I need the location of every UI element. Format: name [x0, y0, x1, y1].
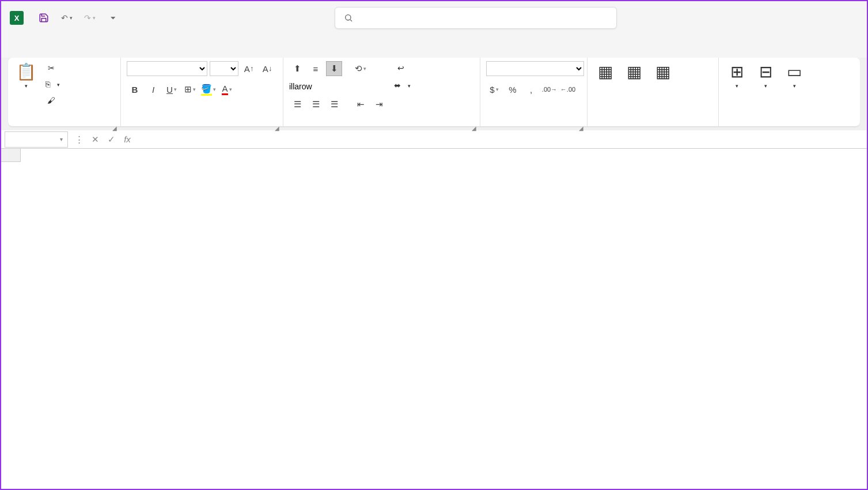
- decrease-indent-button[interactable]: ⇤: [352, 97, 369, 112]
- group-clipboard: 📋 ▾ ✂ ⎘ ▾ 🖌 ◢: [8, 58, 121, 126]
- increase-font-button[interactable]: A↑: [241, 61, 257, 76]
- insert-button[interactable]: ⊞▾: [725, 61, 749, 90]
- group-styles: ▦ ▦ ▦: [587, 58, 719, 126]
- underline-button[interactable]: U: [164, 82, 180, 97]
- wrap-text-button[interactable]: ↩: [392, 62, 413, 75]
- align-top-button[interactable]: ⬆: [289, 61, 305, 76]
- format-button[interactable]: ▭▾: [782, 61, 806, 90]
- ribbon-tabs: [1, 35, 867, 58]
- svg-point-0: [346, 15, 351, 20]
- qat-customize[interactable]: ⏷: [104, 10, 122, 25]
- group-cells: ⊞▾ ⊟▾ ▭▾: [719, 58, 813, 126]
- formula-bar: ▾ ⋮ ✕ ✓ fx: [1, 130, 867, 149]
- formula-options-button[interactable]: ⋮: [71, 132, 86, 147]
- italic-button[interactable]: I: [145, 82, 161, 97]
- search-input[interactable]: [335, 7, 617, 29]
- paste-button[interactable]: 📋 ▾: [14, 61, 39, 90]
- alignment-launcher[interactable]: ◢: [472, 125, 476, 131]
- format-as-table-button[interactable]: ▦: [622, 61, 646, 84]
- font-size-select[interactable]: [210, 61, 238, 76]
- decrease-decimal-button[interactable]: ←.00: [560, 82, 576, 97]
- merge-center-button[interactable]: ⬌ ▾: [392, 80, 413, 92]
- paste-icon: 📋: [16, 62, 36, 82]
- ribbon: 📋 ▾ ✂ ⎘ ▾ 🖌 ◢ A↑ A↓ B: [8, 58, 860, 127]
- align-center-button[interactable]: ☰: [308, 97, 324, 112]
- copy-button[interactable]: ⎘ ▾: [43, 78, 62, 91]
- accounting-format-button[interactable]: $: [486, 82, 502, 97]
- decrease-font-button[interactable]: A↓: [259, 61, 275, 76]
- copy-icon: ⎘: [46, 80, 50, 89]
- group-number: $ % , .00→ ←.00 ◢: [480, 58, 587, 126]
- select-all-corner[interactable]: [1, 149, 21, 162]
- undo-button[interactable]: ↶ ▾: [58, 10, 75, 25]
- worksheet-grid[interactable]: [1, 149, 867, 490]
- save-button[interactable]: [35, 10, 52, 25]
- group-alignment: ⬆ ≡ ⬇ ⟲ illarow ☰ ☰ ☰ ⇤ ⇥ ↩ ⬌ ▾: [283, 58, 480, 126]
- brush-icon: 🖌: [47, 96, 55, 105]
- percent-format-button[interactable]: %: [505, 82, 521, 97]
- align-bottom-button[interactable]: ⬇: [326, 61, 342, 76]
- align-right-button[interactable]: ☰: [326, 97, 342, 112]
- group-font: A↑ A↓ B I U ⊞ 🪣 A ◢: [121, 58, 283, 126]
- comma-format-button[interactable]: ,: [523, 82, 539, 97]
- cut-button[interactable]: ✂: [43, 62, 62, 75]
- excel-icon: X: [10, 11, 24, 25]
- increase-decimal-button[interactable]: .00→: [541, 82, 558, 97]
- enter-formula-button[interactable]: ✓: [104, 132, 119, 147]
- font-color-button[interactable]: A: [219, 82, 235, 97]
- bold-button[interactable]: B: [127, 82, 143, 97]
- number-launcher[interactable]: ◢: [579, 125, 583, 131]
- increase-indent-button[interactable]: ⇥: [371, 97, 387, 112]
- format-painter-button[interactable]: 🖌: [43, 95, 62, 107]
- align-middle-button[interactable]: ≡: [308, 61, 324, 76]
- borders-button[interactable]: ⊞: [182, 82, 198, 97]
- cancel-formula-button[interactable]: ✕: [88, 132, 103, 147]
- insert-function-button[interactable]: fx: [120, 132, 135, 147]
- font-launcher[interactable]: ◢: [275, 125, 279, 131]
- wrap-icon: ↩: [397, 64, 404, 73]
- align-left-button[interactable]: ☰: [289, 97, 305, 112]
- styles-icon: ▦: [655, 62, 670, 82]
- fill-color-button[interactable]: 🪣: [200, 82, 217, 97]
- cf-icon: ▦: [598, 62, 613, 82]
- delete-button[interactable]: ⊟▾: [753, 61, 778, 90]
- conditional-formatting-button[interactable]: ▦: [593, 61, 617, 84]
- table-icon: ▦: [627, 62, 642, 82]
- name-box[interactable]: ▾: [5, 131, 68, 148]
- orientation-button[interactable]: ⟲: [352, 61, 369, 76]
- cut-icon: ✂: [48, 64, 55, 73]
- redo-button[interactable]: ↷ ▾: [81, 10, 98, 25]
- svg-line-1: [350, 20, 352, 21]
- number-format-select[interactable]: [486, 61, 584, 76]
- titlebar: X ↶ ▾ ↷ ▾ ⏷: [1, 1, 867, 35]
- delete-icon: ⊟: [759, 62, 772, 82]
- font-name-select[interactable]: [127, 61, 207, 76]
- clipboard-launcher[interactable]: ◢: [112, 125, 117, 131]
- cell-styles-button[interactable]: ▦: [651, 61, 675, 84]
- merge-icon: ⬌: [394, 81, 401, 91]
- search-icon: [344, 13, 353, 22]
- format-icon: ▭: [787, 62, 802, 82]
- insert-icon: ⊞: [730, 62, 744, 82]
